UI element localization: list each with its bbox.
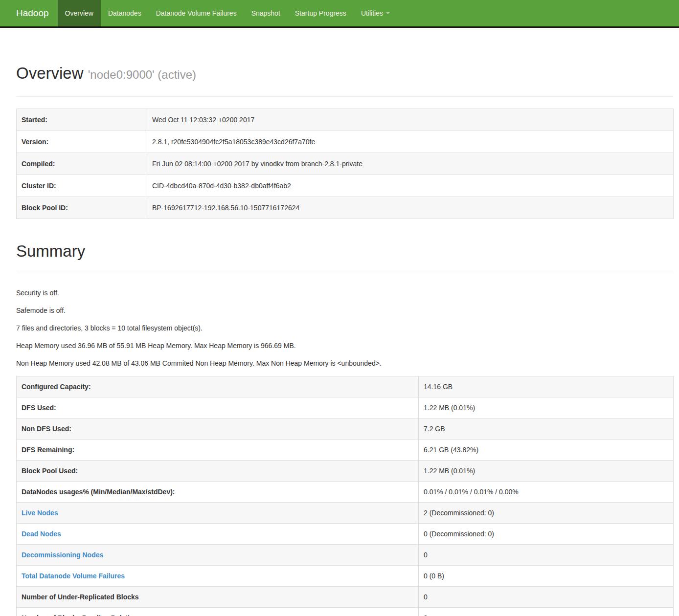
row-link[interactable]: Total Datanode Volume Failures bbox=[22, 572, 125, 580]
row-label: DFS Remaining: bbox=[17, 440, 419, 461]
overview-table: Started:Wed Oct 11 12:03:32 +0200 2017Ve… bbox=[16, 109, 674, 219]
row-label: Number of Blocks Pending Deletion bbox=[17, 608, 419, 616]
nav-item-datanodes[interactable]: Datanodes bbox=[101, 0, 149, 26]
row-value: 1.22 MB (0.01%) bbox=[419, 461, 674, 482]
table-row: Started:Wed Oct 11 12:03:32 +0200 2017 bbox=[17, 109, 674, 131]
row-value: Wed Oct 11 12:03:32 +0200 2017 bbox=[147, 109, 674, 131]
nav-item-label: Datanode Volume Failures bbox=[156, 9, 237, 17]
row-label: Block Pool Used: bbox=[17, 461, 419, 482]
row-value: 1.22 MB (0.01%) bbox=[419, 397, 674, 418]
navbar-brand[interactable]: Hadoop bbox=[0, 0, 58, 26]
summary-notes: Security is off.Safemode is off.7 files … bbox=[16, 288, 674, 368]
row-value: 7.2 GB bbox=[419, 418, 674, 440]
page-subtitle: 'node0:9000' (active) bbox=[88, 68, 196, 81]
row-label: Compiled: bbox=[17, 153, 147, 175]
row-label: Cluster ID: bbox=[17, 175, 147, 197]
row-label: Configured Capacity: bbox=[17, 376, 419, 397]
row-label: Started: bbox=[17, 109, 147, 131]
row-link[interactable]: Decommissioning Nodes bbox=[22, 551, 103, 559]
row-label: Total Datanode Volume Failures bbox=[17, 566, 419, 587]
overview-page-header: Overview 'node0:9000' (active) bbox=[16, 64, 674, 97]
table-row: DFS Used:1.22 MB (0.01%) bbox=[17, 397, 674, 418]
table-row: Number of Under-Replicated Blocks0 bbox=[17, 587, 674, 608]
row-label: Non DFS Used: bbox=[17, 418, 419, 440]
summary-table: Configured Capacity:14.16 GBDFS Used:1.2… bbox=[16, 376, 674, 616]
table-row: DataNodes usages% (Min/Median/Max/stdDev… bbox=[17, 482, 674, 503]
page-title: Overview bbox=[16, 64, 84, 82]
summary-note: Heap Memory used 36.96 MB of 55.91 MB He… bbox=[16, 341, 674, 351]
row-value: 0.01% / 0.01% / 0.01% / 0.00% bbox=[419, 482, 674, 503]
table-row: Version:2.8.1, r20fe5304904fc2f5a18053c3… bbox=[17, 131, 674, 153]
navbar: Hadoop OverviewDatanodesDatanode Volume … bbox=[0, 0, 679, 28]
row-label: Decommissioning Nodes bbox=[17, 545, 419, 566]
row-link[interactable]: Dead Nodes bbox=[22, 530, 61, 538]
table-row: Decommissioning Nodes0 bbox=[17, 545, 674, 566]
row-label: Block Pool ID: bbox=[17, 197, 147, 219]
main-content: Overview 'node0:9000' (active) Started:W… bbox=[16, 64, 674, 616]
row-value: CID-4dbcd40a-870d-4d30-b382-db0aff4f6ab2 bbox=[147, 175, 674, 197]
row-value: 14.16 GB bbox=[419, 376, 674, 397]
nav-item-label: Datanodes bbox=[108, 9, 141, 17]
row-value: 2 (Decommissioned: 0) bbox=[419, 503, 674, 524]
nav-item-startup-progress[interactable]: Startup Progress bbox=[288, 0, 354, 26]
table-row: DFS Remaining:6.21 GB (43.82%) bbox=[17, 440, 674, 461]
row-label: DFS Used: bbox=[17, 397, 419, 418]
row-value: 2.8.1, r20fe5304904fc2f5a18053c389e43cd2… bbox=[147, 131, 674, 153]
summary-page-header: Summary bbox=[16, 242, 674, 273]
summary-title: Summary bbox=[16, 242, 674, 261]
nav-item-snapshot[interactable]: Snapshot bbox=[244, 0, 288, 26]
row-value: 0 bbox=[419, 608, 674, 616]
summary-note: Security is off. bbox=[16, 288, 674, 298]
nav-item-utilities[interactable]: Utilities bbox=[354, 0, 397, 26]
summary-note: Safemode is off. bbox=[16, 306, 674, 315]
row-label: DataNodes usages% (Min/Median/Max/stdDev… bbox=[17, 482, 419, 503]
row-label: Live Nodes bbox=[17, 503, 419, 524]
summary-note: 7 files and directories, 3 blocks = 10 t… bbox=[16, 323, 674, 333]
table-row: Number of Blocks Pending Deletion0 bbox=[17, 608, 674, 616]
nav-item-label: Snapshot bbox=[251, 9, 280, 17]
row-value: BP-1692617712-192.168.56.10-150771617262… bbox=[147, 197, 674, 219]
chevron-down-icon bbox=[386, 12, 390, 14]
table-row: Live Nodes2 (Decommissioned: 0) bbox=[17, 503, 674, 524]
row-value: 0 bbox=[419, 587, 674, 608]
row-value: Fri Jun 02 08:14:00 +0200 2017 by vinodk… bbox=[147, 153, 674, 175]
nav-item-overview[interactable]: Overview bbox=[58, 0, 101, 26]
row-value: 0 (0 B) bbox=[419, 566, 674, 587]
nav-item-label: Utilities bbox=[361, 9, 383, 17]
table-row: Non DFS Used:7.2 GB bbox=[17, 418, 674, 440]
table-row: Compiled:Fri Jun 02 08:14:00 +0200 2017 … bbox=[17, 153, 674, 175]
table-row: Block Pool Used:1.22 MB (0.01%) bbox=[17, 461, 674, 482]
table-row: Dead Nodes0 (Decommissioned: 0) bbox=[17, 524, 674, 545]
table-row: Cluster ID:CID-4dbcd40a-870d-4d30-b382-d… bbox=[17, 175, 674, 197]
row-label: Version: bbox=[17, 131, 147, 153]
table-row: Total Datanode Volume Failures0 (0 B) bbox=[17, 566, 674, 587]
row-label: Dead Nodes bbox=[17, 524, 419, 545]
nav-item-datanode-volume-failures[interactable]: Datanode Volume Failures bbox=[149, 0, 244, 26]
row-label: Number of Under-Replicated Blocks bbox=[17, 587, 419, 608]
table-row: Block Pool ID:BP-1692617712-192.168.56.1… bbox=[17, 197, 674, 219]
table-row: Configured Capacity:14.16 GB bbox=[17, 376, 674, 397]
row-link[interactable]: Live Nodes bbox=[22, 509, 58, 517]
row-value: 0 (Decommissioned: 0) bbox=[419, 524, 674, 545]
row-value: 6.21 GB (43.82%) bbox=[419, 440, 674, 461]
summary-note: Non Heap Memory used 42.08 MB of 43.06 M… bbox=[16, 358, 674, 368]
page-title-heading: Overview 'node0:9000' (active) bbox=[16, 64, 674, 85]
nav-item-label: Overview bbox=[65, 9, 93, 17]
navbar-menu: OverviewDatanodesDatanode Volume Failure… bbox=[58, 0, 397, 26]
row-value: 0 bbox=[419, 545, 674, 566]
nav-item-label: Startup Progress bbox=[295, 9, 346, 17]
